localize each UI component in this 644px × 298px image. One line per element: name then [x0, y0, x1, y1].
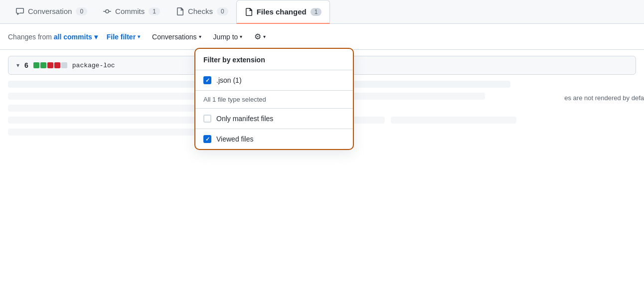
- jump-to-label: Jump to: [213, 33, 238, 41]
- viewed-filter-label: Viewed files: [216, 135, 253, 143]
- diff-block-gray-1: [61, 62, 67, 68]
- tab-checks-badge: 0: [217, 7, 228, 15]
- popover-container: Filter by extension .json (1) All 1 file…: [194, 48, 354, 150]
- popover-header: Filter by extension: [195, 49, 353, 70]
- diff-block-green-1: [33, 62, 39, 68]
- file-filter-popover: Filter by extension .json (1) All 1 file…: [194, 48, 354, 150]
- checks-icon: [176, 7, 184, 15]
- tab-conversation[interactable]: Conversation 0: [8, 0, 95, 23]
- page: Conversation 0 Commits 1 Checks 0: [0, 0, 644, 298]
- tab-files-changed-label: Files changed: [257, 7, 307, 16]
- viewed-checkbox[interactable]: [203, 135, 211, 143]
- file-filter-chevron: ▾: [138, 34, 140, 39]
- diff-block-green-2: [40, 62, 46, 68]
- file-name: package-loc: [72, 62, 115, 69]
- conversation-icon: [16, 7, 24, 15]
- toolbar: Changes from all commits ▾ File filter ▾…: [0, 24, 644, 50]
- settings-button[interactable]: ⚙ ▾: [251, 30, 269, 43]
- settings-chevron: ▾: [263, 34, 266, 39]
- manifest-filter-label: Only manifest files: [216, 115, 273, 123]
- tab-checks[interactable]: Checks 0: [168, 0, 236, 23]
- commits-icon: [103, 7, 111, 15]
- conversations-chevron: ▾: [199, 34, 201, 39]
- diff-stat: [33, 62, 67, 68]
- tab-commits-label: Commits: [115, 7, 145, 15]
- file-change-count: 6: [24, 61, 28, 69]
- file-filter-button[interactable]: File filter ▾: [104, 31, 143, 43]
- file-row-chevron[interactable]: ▾: [16, 62, 19, 69]
- popover-title: Filter by extension: [203, 56, 265, 64]
- all-commits-link[interactable]: all commits ▾: [54, 33, 98, 41]
- tab-checks-label: Checks: [188, 7, 213, 15]
- diff-block-red-1: [47, 62, 53, 68]
- conversations-button[interactable]: Conversations ▾: [149, 31, 204, 43]
- files-changed-icon: [245, 8, 253, 16]
- jump-to-button[interactable]: Jump to ▾: [210, 31, 246, 43]
- tab-files-changed-badge: 1: [311, 8, 322, 16]
- popover-info-text: All 1 file type selected: [195, 91, 353, 108]
- tab-commits[interactable]: Commits 1: [95, 0, 168, 23]
- conversations-label: Conversations: [152, 33, 197, 41]
- diff-block-red-2: [54, 62, 60, 68]
- main-content: Changes from all commits ▾ File filter ▾…: [0, 24, 644, 142]
- manifest-checkbox[interactable]: [203, 115, 211, 123]
- jump-to-chevron: ▾: [240, 34, 242, 39]
- json-filter-label: .json (1): [216, 76, 242, 84]
- tab-conversation-label: Conversation: [28, 7, 72, 15]
- tab-commits-badge: 1: [149, 7, 160, 15]
- tab-files-changed[interactable]: Files changed 1: [236, 0, 330, 24]
- tab-bar: Conversation 0 Commits 1 Checks 0: [0, 0, 644, 24]
- viewed-filter-item[interactable]: Viewed files: [195, 129, 353, 149]
- json-filter-item[interactable]: .json (1): [195, 70, 353, 90]
- gear-icon: ⚙: [254, 32, 261, 41]
- blur-line-4: [8, 105, 196, 112]
- file-filter-label: File filter: [107, 33, 136, 41]
- blur-line-6: [391, 117, 516, 124]
- changes-from-text: Changes from all commits ▾: [8, 33, 98, 41]
- right-overflow-text: es are not rendered by defa: [564, 94, 644, 102]
- tab-conversation-badge: 0: [76, 7, 87, 15]
- json-checkbox[interactable]: [203, 76, 211, 84]
- manifest-filter-item[interactable]: Only manifest files: [195, 109, 353, 129]
